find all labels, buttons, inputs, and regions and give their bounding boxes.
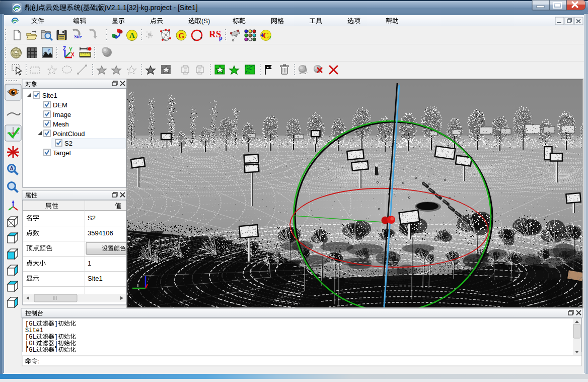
svg-text:Target: Target — [53, 149, 71, 157]
svg-text:PointCloud: PointCloud — [53, 130, 85, 138]
svg-text:[GL: [GL — [25, 334, 36, 341]
svg-text:Site1: Site1 — [88, 275, 103, 282]
svg-text:Image: Image — [53, 111, 71, 118]
svg-text:S2: S2 — [88, 214, 96, 222]
svg-text:]: ] — [54, 340, 58, 347]
svg-text:A: A — [129, 31, 135, 39]
svg-text:X: X — [71, 52, 75, 57]
svg-text:]: ] — [54, 334, 58, 341]
svg-text:2: 2 — [268, 35, 271, 40]
svg-text:G: G — [179, 32, 185, 40]
svg-text:DEM: DEM — [53, 101, 67, 109]
svg-text:[GL: [GL — [25, 321, 36, 328]
svg-text:z: z — [47, 48, 50, 52]
svg-text:Mesh: Mesh — [53, 120, 69, 128]
svg-text:Site1: Site1 — [42, 92, 57, 99]
svg-text:4: 4 — [261, 32, 263, 38]
svg-text:p: p — [219, 34, 223, 41]
svg-text:(S): (S) — [201, 17, 210, 25]
svg-text::: : — [38, 357, 40, 365]
svg-text:Site1: Site1 — [25, 327, 43, 334]
svg-text:1: 1 — [88, 260, 91, 267]
svg-text:S2: S2 — [64, 140, 72, 147]
svg-text:)V2.1.1[32]-kg.project - [Site: )V2.1.1[32]-kg.project - [Site1] — [104, 4, 198, 12]
svg-text:[GL: [GL — [25, 340, 36, 347]
svg-text:Z: Z — [63, 46, 66, 51]
svg-text:3594106: 3594106 — [88, 229, 113, 237]
svg-text:Site: Site — [74, 34, 82, 39]
svg-text:A: A — [10, 166, 14, 171]
svg-text:]: ] — [54, 321, 58, 328]
svg-text:(: ( — [81, 4, 83, 12]
